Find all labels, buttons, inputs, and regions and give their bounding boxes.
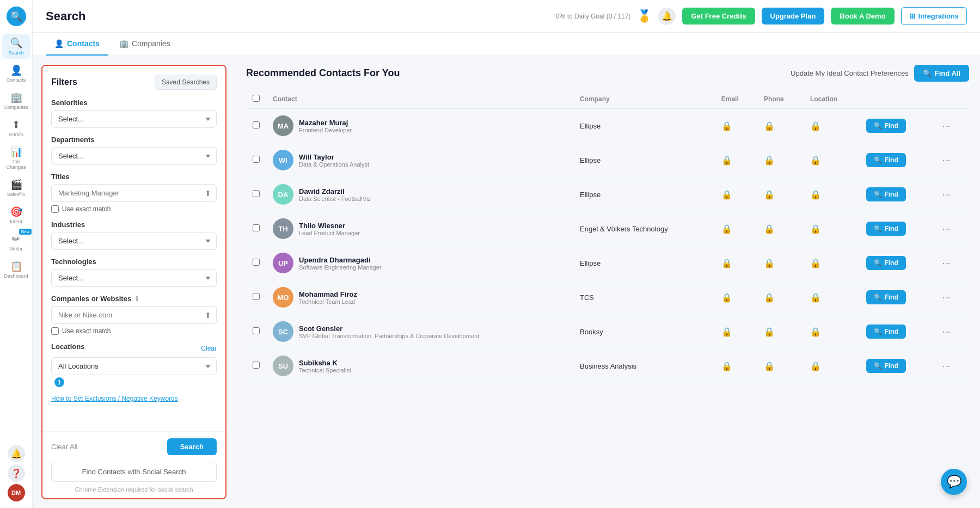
contact-cell-2: DA Dawid Zdarzil Data Scientist - Footba… <box>273 184 567 205</box>
more-button-3[interactable]: ··· <box>940 223 952 235</box>
seniorities-select[interactable]: Select... <box>51 110 217 128</box>
search-button[interactable]: Search <box>167 438 217 455</box>
filter-header: Filters Saved Searches <box>42 66 225 94</box>
clear-all-button[interactable]: Clear All <box>51 443 77 451</box>
location-lock-icon-0: 🔒 <box>810 121 821 131</box>
user-avatar[interactable]: DM <box>8 484 25 501</box>
more-button-0[interactable]: ··· <box>940 120 952 132</box>
find-search-icon-6: 🔍 <box>874 328 882 335</box>
chat-bubble-button[interactable]: 💬 <box>941 469 967 495</box>
find-button-0[interactable]: 🔍 Find <box>866 119 905 133</box>
sidebar-item-enrich[interactable]: ⬆ Enrich <box>2 115 30 140</box>
contacts-icon: 👤 <box>10 64 22 76</box>
find-button-2[interactable]: 🔍 Find <box>866 187 905 201</box>
tab-contacts[interactable]: 👤 Contacts <box>46 33 108 56</box>
tab-companies[interactable]: 🏢 Companies <box>111 33 179 56</box>
sidebar-item-companies[interactable]: 🏢 Companies <box>2 88 30 113</box>
row-checkbox-7[interactable] <box>253 362 260 369</box>
th-contact: Contact <box>266 90 573 108</box>
departments-select[interactable]: Select... <box>51 147 217 165</box>
more-button-7[interactable]: ··· <box>940 360 952 372</box>
seniorities-section: Seniorities Select... <box>51 99 217 128</box>
titles-input[interactable] <box>51 184 217 202</box>
sidebar-item-contacts[interactable]: 👤 Contacts <box>2 61 30 86</box>
book-demo-button[interactable]: Book A Demo <box>831 8 894 25</box>
find-button-7[interactable]: 🔍 Find <box>866 359 905 373</box>
integrations-button[interactable]: ⊞ Integrations <box>901 7 967 25</box>
titles-section: Titles ⬆ Use exact match <box>51 173 217 213</box>
contact-cell-7: SU Subiksha K Technical Specialist <box>273 356 567 376</box>
row-checkbox-6[interactable] <box>253 327 260 334</box>
sidebar-item-search[interactable]: 🔍 Search <box>2 34 30 59</box>
more-button-2[interactable]: ··· <box>940 189 952 200</box>
row-checkbox-5[interactable] <box>253 293 260 300</box>
info-icon[interactable]: ℹ <box>136 295 138 303</box>
sidebar-item-dashboard[interactable]: 📋 Dashboard <box>2 257 30 282</box>
sidebar-item-intent[interactable]: 🎯 Intent <box>2 203 30 228</box>
sidebar-item-writer[interactable]: ✏ Writer New <box>2 230 30 255</box>
notification-bell-button[interactable]: 🔔 <box>658 8 676 25</box>
technologies-select[interactable]: Select... <box>51 269 217 287</box>
email-lock-icon-5: 🔒 <box>721 293 732 302</box>
email-lock-icon-4: 🔒 <box>721 259 732 268</box>
notifications-button[interactable]: 🔔 <box>8 445 25 462</box>
saved-searches-button[interactable]: Saved Searches <box>155 75 217 90</box>
table-row: MO Mohammad Firoz Technical Team Lead TC… <box>246 280 969 315</box>
th-phone: Phone <box>757 90 804 108</box>
select-all-checkbox[interactable] <box>253 95 260 102</box>
phone-lock-icon-4: 🔒 <box>764 259 775 268</box>
row-checkbox-3[interactable] <box>253 224 260 231</box>
find-all-button[interactable]: 🔍 Find All <box>914 65 969 82</box>
phone-lock-icon-1: 🔒 <box>764 156 775 165</box>
more-button-1[interactable]: ··· <box>940 155 952 166</box>
help-button[interactable]: ❓ <box>8 464 25 482</box>
table-row: TH Thilo Wiesner Lead Product Manager En… <box>246 212 969 246</box>
header-right: 0% to Daily Goal (0 / 117) 🥇 🔔 Get Free … <box>556 7 967 25</box>
row-checkbox-2[interactable] <box>253 190 260 197</box>
companies-exact-match: Use exact match <box>51 327 217 335</box>
company-name-4: Ellipse <box>580 259 601 267</box>
contact-title-2: Data Scientist - FootballViz <box>299 195 371 202</box>
locations-clear-link[interactable]: Clear <box>201 345 217 352</box>
main-area: Search 0% to Daily Goal (0 / 117) 🥇 🔔 Ge… <box>33 0 980 508</box>
find-button-6[interactable]: 🔍 Find <box>866 325 905 339</box>
row-checkbox-0[interactable] <box>253 121 260 128</box>
find-button-5[interactable]: 🔍 Find <box>866 290 905 304</box>
find-search-icon-2: 🔍 <box>874 191 882 198</box>
find-button-4[interactable]: 🔍 Find <box>866 256 905 270</box>
companies-input[interactable] <box>51 306 217 324</box>
companies-exact-match-checkbox[interactable] <box>51 327 59 335</box>
company-name-5: TCS <box>580 293 594 302</box>
sidebar-item-job-changes[interactable]: 📊 Job Changes <box>2 143 30 173</box>
find-button-3[interactable]: 🔍 Find <box>866 222 905 236</box>
row-checkbox-4[interactable] <box>253 259 260 266</box>
companies-upload-icon[interactable]: ⬆ <box>205 311 211 320</box>
industries-select[interactable]: Select... <box>51 232 217 250</box>
find-button-1[interactable]: 🔍 Find <box>866 153 905 167</box>
upload-icon[interactable]: ⬆ <box>205 189 211 198</box>
contact-title-1: Data & Operations Analyst <box>299 161 369 168</box>
company-name-6: Booksy <box>580 328 603 336</box>
locations-select[interactable]: All Locations <box>51 357 217 375</box>
update-preferences-button[interactable]: Update My Ideal Contact Preferences <box>791 69 909 77</box>
industries-label: Industries <box>51 221 217 229</box>
upgrade-plan-button[interactable]: Upgrade Plan <box>762 8 825 25</box>
get-free-credits-button[interactable]: Get Free Credits <box>682 8 755 25</box>
exclusions-link[interactable]: How to Set Exclusions / Negative Keyword… <box>51 395 217 402</box>
social-search-button[interactable]: Find Contacts with Social Search <box>51 462 217 482</box>
writer-icon: ✏ <box>12 233 20 245</box>
more-button-4[interactable]: ··· <box>940 258 952 269</box>
job-changes-icon: 📊 <box>10 146 22 158</box>
email-lock-icon-3: 🔒 <box>721 224 732 234</box>
more-button-6[interactable]: ··· <box>940 326 952 338</box>
th-company: Company <box>573 90 715 108</box>
departments-section: Departments Select... <box>51 136 217 165</box>
app-logo[interactable]: 🔍 <box>7 7 26 26</box>
titles-exact-match-checkbox[interactable] <box>51 205 59 213</box>
contact-name-3: Thilo Wiesner <box>299 222 360 230</box>
sidebar-item-salesflix[interactable]: 🎬 Salesflix <box>2 175 30 200</box>
find-search-icon-1: 🔍 <box>874 156 882 164</box>
row-checkbox-1[interactable] <box>253 156 260 163</box>
avatar-1: WI <box>273 150 293 170</box>
more-button-5[interactable]: ··· <box>940 292 952 303</box>
